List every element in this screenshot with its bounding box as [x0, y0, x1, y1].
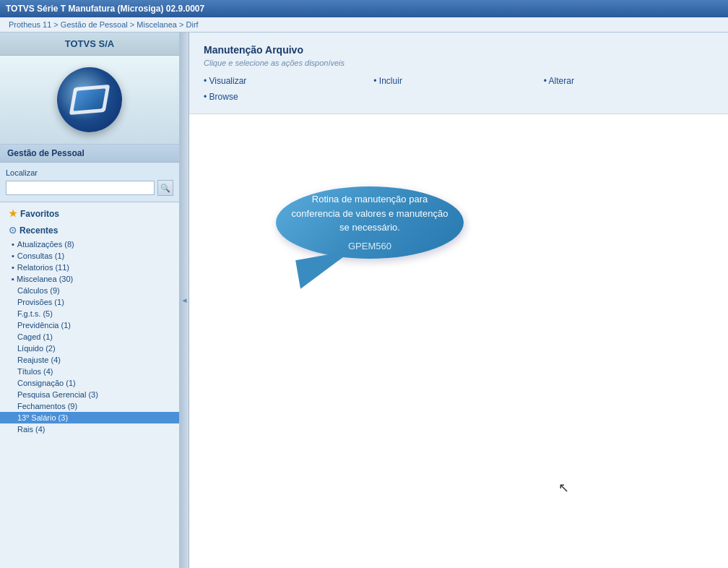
callout-bubble: Rotina de manutenção para conferencia de…: [276, 186, 464, 280]
search-input[interactable]: [6, 181, 155, 195]
star-icon: ★: [9, 208, 17, 219]
logo-area: [0, 56, 179, 145]
nav-item-previdencia[interactable]: Previdência (1): [0, 319, 179, 331]
search-label: Localizar: [6, 168, 173, 177]
action-link-alterar[interactable]: • Alterar: [544, 76, 714, 86]
sidebar-module-header: Gestão de Pessoal: [0, 145, 179, 163]
nav-item-fgts[interactable]: F.g.t.s. (5): [0, 308, 179, 319]
search-icon: 🔍: [160, 184, 170, 193]
main-window: Protheus 11 > Gestão de Pessoal > Miscel…: [0, 17, 728, 568]
nav-item-consultas[interactable]: •Consultas (1): [0, 250, 179, 262]
nav-item-calculos[interactable]: Cálculos (9): [0, 285, 179, 296]
nav-tree: ★ Favoritos ⊙ Recentes •Atualizações (8)…: [0, 202, 179, 568]
bullet-icon: •: [12, 263, 14, 272]
recentes-label: Recentes: [20, 225, 58, 236]
action-link-visualizar[interactable]: • Visualizar: [204, 76, 373, 86]
clock-icon: ⊙: [9, 225, 17, 236]
nav-item-fechamentos[interactable]: Fechamentos (9): [0, 400, 179, 412]
logo-inner: [69, 85, 110, 115]
breadcrumb: Protheus 11 > Gestão de Pessoal > Miscel…: [0, 17, 728, 33]
nav-item-titulos[interactable]: Títulos (4): [0, 366, 179, 377]
titlebar-text: TOTVS Série T Manufatura (Microsiga) 02.…: [6, 4, 204, 14]
bubble-body: Rotina de manutenção para conferencia de…: [276, 186, 464, 259]
nav-item-rais[interactable]: Rais (4): [0, 423, 179, 435]
sidebar-company-header: TOTVS S/A: [0, 33, 179, 56]
nav-section-recentes: ⊙ Recentes: [0, 222, 179, 238]
nav-item-pesquisa-gerencial[interactable]: Pesquisa Gerencial (3): [0, 389, 179, 400]
totvs-logo: [57, 67, 122, 132]
sidebar-scroll-handle[interactable]: ◄: [181, 33, 189, 568]
action-panel-subtitle: Clique e selecione as ações disponíveis: [204, 59, 714, 67]
action-grid: • Visualizar • Incluir • Alterar • Brows…: [204, 76, 714, 102]
callout-code: GPEM560: [348, 239, 391, 254]
search-row: 🔍: [6, 180, 173, 196]
nav-item-relatorios[interactable]: •Relatorios (11): [0, 262, 179, 273]
action-panel: Manutenção Arquivo Clique e selecione as…: [189, 33, 728, 114]
bullet-icon: •: [12, 240, 14, 249]
titlebar: TOTVS Série T Manufatura (Microsiga) 02.…: [0, 0, 728, 17]
sidebar: TOTVS S/A Gestão de Pessoal Localizar 🔍: [0, 33, 181, 568]
search-button[interactable]: 🔍: [157, 180, 173, 196]
content-area: TOTVS S/A Gestão de Pessoal Localizar 🔍: [0, 33, 728, 568]
action-panel-title: Manutenção Arquivo: [204, 44, 714, 56]
arrow-bullet-icon: ▪: [12, 275, 14, 283]
module-name: Gestão de Pessoal: [7, 148, 84, 158]
nav-item-reajuste[interactable]: Reajuste (4): [0, 354, 179, 366]
nav-item-miscelanea[interactable]: ▪ Miscelanea (30): [0, 273, 179, 285]
content-panel: Manutenção Arquivo Clique e selecione as…: [189, 33, 728, 568]
nav-item-consignacao[interactable]: Consignação (1): [0, 377, 179, 389]
favorites-label: Favoritos: [20, 209, 59, 219]
recentes-header[interactable]: ⊙ Recentes: [6, 223, 173, 237]
bubble-tail: [295, 250, 358, 288]
nav-section-favorites: ★ Favoritos: [0, 205, 179, 222]
main-content: Rotina de manutenção para conferencia de…: [189, 114, 728, 568]
action-link-browse[interactable]: • Browse: [204, 92, 373, 102]
nav-item-13-salario[interactable]: 13º Salário (3): [0, 412, 179, 423]
favorites-header[interactable]: ★ Favoritos: [6, 207, 173, 220]
nav-item-liquido[interactable]: Líquido (2): [0, 343, 179, 354]
nav-item-caged[interactable]: Caged (1): [0, 331, 179, 343]
nav-item-atualizacoes[interactable]: •Atualizações (8): [0, 238, 179, 250]
mouse-cursor: ↖: [558, 480, 569, 496]
search-area: Localizar 🔍: [0, 163, 179, 202]
company-name: TOTVS S/A: [65, 38, 114, 49]
callout-text: Rotina de manutenção para conferencia de…: [287, 192, 452, 235]
scroll-arrow-icon: ◄: [181, 296, 188, 304]
nav-item-provisoes[interactable]: Provisões (1): [0, 296, 179, 308]
bullet-icon: •: [12, 251, 14, 260]
breadcrumb-text: Protheus 11 > Gestão de Pessoal > Miscel…: [9, 20, 199, 29]
action-link-incluir[interactable]: • Incluir: [373, 76, 543, 86]
